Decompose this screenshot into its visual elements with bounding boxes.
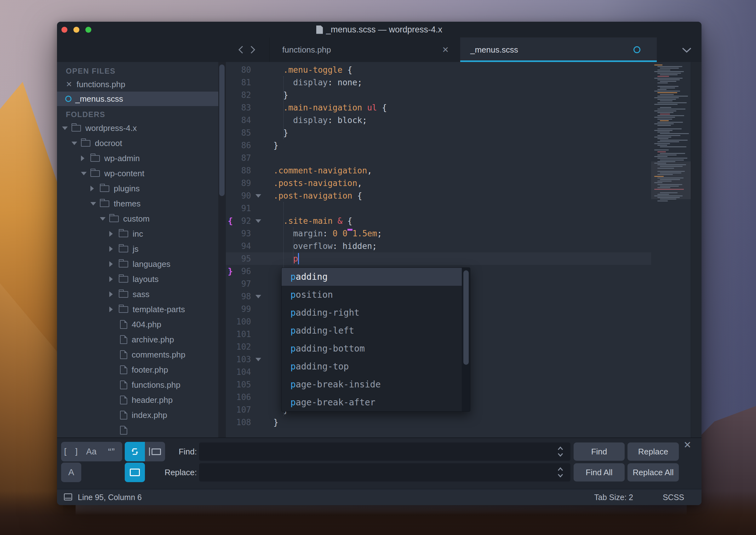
forward-icon[interactable] bbox=[249, 44, 257, 55]
chevron-down-icon[interactable] bbox=[62, 127, 72, 130]
autocomplete-scrollbar-thumb[interactable] bbox=[463, 270, 469, 365]
chevron-right-icon[interactable] bbox=[81, 155, 90, 161]
find-all-button[interactable]: Find All bbox=[574, 463, 625, 482]
autocomplete-item[interactable]: position bbox=[282, 286, 463, 304]
selection-rectangle-icon bbox=[130, 468, 140, 476]
code-line[interactable]: 81 display: none; bbox=[226, 76, 651, 89]
chevron-right-icon[interactable] bbox=[90, 186, 100, 191]
title-bar[interactable]: _menus.scss — wordpress-4.x bbox=[57, 22, 702, 38]
code-line[interactable]: 88.comment-navigation, bbox=[226, 164, 651, 177]
whole-word-toggle-button[interactable]: “” bbox=[102, 442, 122, 461]
minimap-viewport[interactable] bbox=[651, 161, 691, 199]
modified-indicator-icon[interactable] bbox=[633, 46, 640, 53]
chevron-down-icon[interactable] bbox=[681, 47, 692, 53]
tab-close-icon[interactable]: ✕ bbox=[442, 38, 449, 62]
code-line[interactable]: 90.post-navigation { bbox=[226, 189, 651, 202]
tree-folder-item[interactable]: layouts bbox=[57, 271, 218, 287]
tab-functions-php[interactable]: functions.php ✕ bbox=[269, 38, 461, 62]
tree-file-item[interactable]: 404.php bbox=[57, 317, 218, 332]
back-icon[interactable] bbox=[237, 44, 245, 55]
find-button[interactable]: Find bbox=[574, 442, 625, 461]
chevron-right-icon[interactable] bbox=[109, 246, 119, 252]
chevron-down-icon[interactable] bbox=[81, 172, 90, 175]
sidebar-scrollbar[interactable] bbox=[218, 62, 226, 437]
code-line[interactable]: 80 .menu-toggle { bbox=[226, 64, 651, 76]
chevron-down-icon[interactable] bbox=[90, 202, 100, 206]
tab-menus-scss[interactable]: _menus.scss bbox=[460, 38, 657, 62]
tree-file-item[interactable]: index.php bbox=[57, 408, 218, 423]
sidebar-scrollbar-thumb[interactable] bbox=[219, 65, 225, 196]
close-find-panel-icon[interactable]: ✕ bbox=[683, 439, 691, 450]
tree-file-item[interactable]: archive.php bbox=[57, 332, 218, 347]
tree-folder-item[interactable]: inc bbox=[57, 226, 218, 241]
tab-size-status[interactable]: Tab Size: 2 bbox=[594, 489, 633, 505]
panel-icon[interactable] bbox=[64, 493, 72, 500]
find-input[interactable] bbox=[199, 442, 570, 461]
code-line[interactable]: 86} bbox=[226, 139, 651, 152]
tree-file-item[interactable]: comments.php bbox=[57, 347, 218, 362]
code-editor[interactable]: 80 .menu-toggle {81 display: none;82 }83… bbox=[226, 62, 702, 437]
chevron-down-icon[interactable] bbox=[72, 142, 81, 145]
tree-file-item[interactable]: header.php bbox=[57, 392, 218, 408]
chevron-right-icon[interactable] bbox=[109, 306, 119, 312]
autocomplete-item[interactable]: page-break-after bbox=[282, 393, 463, 411]
chevron-right-icon[interactable] bbox=[109, 231, 119, 237]
cursor-position-status[interactable]: Line 95, Column 6 bbox=[78, 489, 142, 505]
tree-folder-item[interactable]: js bbox=[57, 241, 218, 257]
tree-folder-item[interactable]: languages bbox=[57, 257, 218, 271]
fold-arrow-icon[interactable] bbox=[256, 295, 261, 298]
autocomplete-item[interactable]: padding bbox=[282, 268, 463, 286]
tree-file-item[interactable] bbox=[57, 423, 218, 437]
tree-folder-item[interactable]: wp-content bbox=[57, 166, 218, 181]
code-line[interactable]: 84 display: block; bbox=[226, 114, 651, 127]
code-line[interactable]: 93 margin: 0 0 1.5em; bbox=[226, 227, 651, 240]
code-line[interactable]: 82 } bbox=[226, 89, 651, 101]
fold-arrow-icon[interactable] bbox=[256, 358, 261, 361]
find-history-stepper-icon[interactable] bbox=[554, 442, 567, 461]
regex-toggle-button[interactable]: [ ] bbox=[61, 442, 81, 461]
tree-folder-item[interactable]: template-parts bbox=[57, 302, 218, 317]
chevron-down-icon[interactable] bbox=[100, 217, 109, 221]
autocomplete-item[interactable]: page-break-inside bbox=[282, 376, 463, 393]
replace-history-stepper-icon[interactable] bbox=[554, 463, 567, 482]
replace-button[interactable]: Replace bbox=[627, 442, 679, 461]
chevron-right-icon[interactable] bbox=[109, 292, 119, 297]
fold-arrow-icon[interactable] bbox=[256, 194, 261, 198]
tree-folder-item[interactable]: plugins bbox=[57, 181, 218, 196]
minimap[interactable] bbox=[651, 62, 691, 437]
open-file-menus-scss[interactable]: _menus.scss bbox=[57, 92, 218, 106]
code-line[interactable]: 94 overflow: hidden; bbox=[226, 240, 651, 252]
tree-folder-item[interactable]: wp-admin bbox=[57, 151, 218, 166]
code-line[interactable]: 85 } bbox=[226, 127, 651, 139]
autocomplete-item[interactable]: padding-left bbox=[282, 322, 463, 340]
autocomplete-scrollbar[interactable] bbox=[462, 268, 470, 411]
code-line[interactable]: 87 bbox=[226, 152, 651, 164]
chevron-right-icon[interactable] bbox=[109, 261, 119, 267]
fold-arrow-icon[interactable] bbox=[256, 219, 261, 223]
code-line[interactable]: {92 .site-main & { bbox=[226, 215, 651, 227]
autocomplete-item[interactable]: padding-right bbox=[282, 304, 463, 322]
tree-folder-item[interactable]: docroot bbox=[57, 136, 218, 151]
code-line[interactable]: 83 .main-navigation ul { bbox=[226, 101, 651, 114]
code-line[interactable]: 91 bbox=[226, 202, 651, 215]
code-line[interactable]: 95 p bbox=[226, 252, 651, 265]
code-line[interactable]: 89.posts-navigation, bbox=[226, 177, 651, 189]
tree-folder-item[interactable]: custom bbox=[57, 211, 218, 226]
match-case-toggle-button[interactable]: Aa bbox=[81, 442, 102, 461]
close-file-icon[interactable]: ✕ bbox=[66, 80, 76, 89]
replace-all-button[interactable]: Replace All bbox=[627, 463, 679, 482]
grammar-status[interactable]: SCSS bbox=[663, 489, 684, 505]
autocomplete-item[interactable]: padding-top bbox=[282, 357, 463, 376]
code-line[interactable]: 108} bbox=[226, 416, 651, 429]
chevron-right-icon[interactable] bbox=[109, 276, 119, 282]
tree-folder-item[interactable]: themes bbox=[57, 196, 218, 211]
autocomplete-item[interactable]: padding-bottom bbox=[282, 340, 463, 357]
tree-folder-item[interactable]: sass bbox=[57, 287, 218, 302]
editor-scrollbar[interactable] bbox=[691, 62, 702, 437]
open-file-functions-php[interactable]: ✕ functions.php bbox=[57, 77, 218, 92]
tree-file-item[interactable]: footer.php bbox=[57, 362, 218, 377]
preserve-case-toggle-button[interactable]: A bbox=[61, 463, 81, 482]
tree-file-item[interactable]: functions.php bbox=[57, 377, 218, 392]
tree-folder-item[interactable]: wordpress-4.x bbox=[57, 121, 218, 136]
replace-input[interactable] bbox=[199, 463, 570, 482]
